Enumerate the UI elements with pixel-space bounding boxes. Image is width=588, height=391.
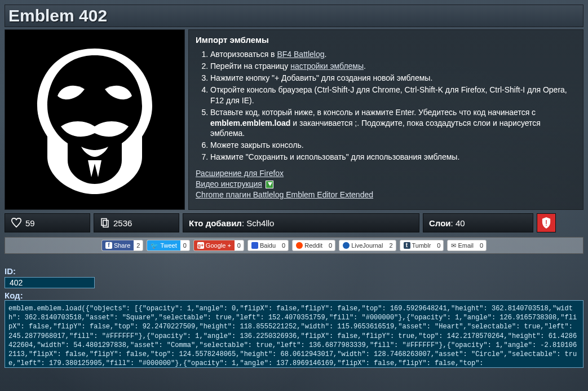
copies-box[interactable]: 2536 <box>94 213 179 232</box>
instructions-heading: Импорт эмблемы <box>196 34 576 46</box>
share-twitter[interactable]: 🐦Tweet0 <box>147 240 189 251</box>
code-textarea[interactable] <box>5 300 583 368</box>
share-facebook[interactable]: fShare2 <box>101 240 143 251</box>
likes-box[interactable]: 59 <box>5 213 90 232</box>
step-2: Перейти на страницу настройки эмблемы. <box>210 61 576 72</box>
shield-alert-icon <box>541 217 551 229</box>
guy-fawkes-mask-icon <box>10 35 179 204</box>
copy-icon <box>100 218 110 228</box>
step-7: Нажмите "Сохранить и использовать" для и… <box>210 152 576 162</box>
email-icon: ✉ <box>451 242 456 249</box>
emblem-preview <box>5 29 185 210</box>
share-email[interactable]: ✉Email0 <box>447 240 487 251</box>
emblem-settings-link[interactable]: настройки эмблемы <box>290 61 364 71</box>
share-bar: fShare2 🐦Tweet0 g+Google +0 Baidu0 Reddi… <box>5 237 583 254</box>
likes-count: 59 <box>25 218 35 228</box>
page-title: Emblem 402 <box>5 5 583 27</box>
author-value: Sch4llo <box>246 218 274 228</box>
share-reddit[interactable]: Reddit0 <box>292 240 335 251</box>
share-baidu[interactable]: Baidu0 <box>247 240 289 251</box>
svg-rect-4 <box>546 225 546 226</box>
chrome-plugin-link[interactable]: Chrome плагин Battlelog Emblem Editor Ex… <box>196 190 373 199</box>
firefox-extension-link[interactable]: Расширение для Firefox <box>196 169 284 178</box>
reddit-icon <box>296 242 303 249</box>
facebook-icon: f <box>105 242 112 249</box>
tumblr-icon: t <box>404 242 410 249</box>
alert-box[interactable] <box>537 213 556 232</box>
share-google[interactable]: g+Google +0 <box>193 240 244 251</box>
svg-rect-1 <box>101 219 107 226</box>
bf4-battlelog-link[interactable]: BF4 Battlelog <box>277 50 324 59</box>
share-livejournal[interactable]: LiveJournal2 <box>339 240 396 251</box>
play-icon[interactable] <box>266 181 273 188</box>
id-label: ID: <box>5 266 583 276</box>
svg-rect-2 <box>103 221 108 227</box>
layers-value: 40 <box>456 218 465 228</box>
heart-icon <box>11 218 22 228</box>
baidu-icon <box>251 242 258 249</box>
step-3: Нажмите кнопку "+ Добавить" для создания… <box>210 73 576 84</box>
instructions-list: Авторизоваться в BF4 Battlelog. Перейти … <box>210 49 576 162</box>
copies-count: 2536 <box>113 218 132 228</box>
code-label: Код: <box>5 291 583 300</box>
svg-rect-3 <box>546 220 546 224</box>
video-instruction-link[interactable]: Видео инструкция <box>196 179 262 188</box>
step-4: Откройте консоль браузера (Ctrl-Shift-J … <box>210 85 576 106</box>
step-5: Вставьте код, который ниже, в консоль и … <box>210 107 576 139</box>
id-value[interactable]: 402 <box>5 277 95 288</box>
layers-box: Слои: 40 <box>423 213 533 232</box>
twitter-icon: 🐦 <box>151 242 158 249</box>
share-tumblr[interactable]: tTumblr0 <box>400 240 444 251</box>
author-box: Кто добавил: Sch4llo <box>183 213 419 232</box>
instructions-panel: Импорт эмблемы Авторизоваться в BF4 Batt… <box>188 29 583 210</box>
step-6: Можете закрыть консоль. <box>210 140 576 151</box>
google-plus-icon: g+ <box>197 242 204 249</box>
step-1: Авторизоваться в BF4 Battlelog. <box>210 49 576 60</box>
livejournal-icon <box>343 242 350 249</box>
